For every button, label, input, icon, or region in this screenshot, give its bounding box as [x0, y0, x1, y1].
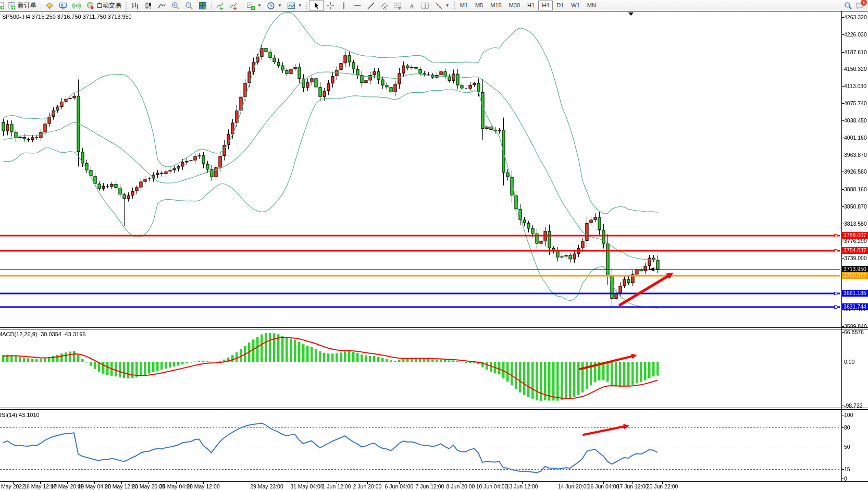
- toolbar-separator: [211, 2, 212, 10]
- time-axis-label: 13 Jun 12:00: [499, 483, 545, 489]
- fibonacci-tool-button[interactable]: F: [391, 1, 405, 10]
- toolbar-separator: [242, 2, 242, 10]
- timeframe-button-mn[interactable]: MN: [584, 1, 600, 10]
- cursor-icon: [312, 2, 320, 10]
- timeframe-toolbar: M1M5M15M30H1H4D1W1MN: [456, 1, 600, 10]
- svg-text:E: E: [385, 6, 388, 10]
- tile-windows-button[interactable]: [196, 1, 209, 10]
- timeframe-button-m15[interactable]: M15: [487, 1, 505, 10]
- new-order-label: 新订单: [18, 1, 36, 10]
- bar-chart-icon: [131, 2, 139, 10]
- rsi-indicator-label: RSI(14) 43.1010: [0, 412, 40, 418]
- price-axis-tick-label: 3963.870: [844, 152, 867, 158]
- diamond-icon: [45, 2, 54, 10]
- macd-axis-tick-label: -98.733: [844, 402, 863, 409]
- trendline-tool-button[interactable]: [364, 1, 378, 10]
- timeframe-button-d1[interactable]: D1: [553, 1, 567, 10]
- template-icon: [287, 2, 295, 10]
- horizontal-line-icon: [353, 2, 362, 10]
- price-line-tag[interactable]: 3661.185: [842, 290, 868, 297]
- timeframe-button-h1[interactable]: H1: [524, 1, 538, 10]
- price-line-tag[interactable]: 3631.744: [842, 303, 868, 310]
- timeframe-button-m5[interactable]: M5: [472, 1, 487, 10]
- price-axis-tick-label: 4038.450: [844, 117, 867, 124]
- price-axis-tick-label: 3813.580: [844, 220, 867, 227]
- price-axis-tick-label: 4001.160: [844, 134, 867, 141]
- auto-scroll-button[interactable]: [213, 1, 227, 10]
- new-chart-button[interactable]: ▼: [244, 1, 264, 10]
- price-axis-tick-label: 4187.610: [844, 49, 867, 55]
- line-chart-icon: [158, 2, 166, 10]
- horizontal-line-tool-button[interactable]: [351, 1, 364, 10]
- clipped-chart-icon[interactable]: [0, 2, 5, 10]
- macd-indicator-label: MACD(12,26,9) -30.0354 -43.3196: [0, 331, 85, 337]
- cursor-tool-button[interactable]: [309, 0, 324, 11]
- toolbar-right-icons: 1: [844, 0, 864, 11]
- timeframe-button-w1[interactable]: W1: [567, 1, 584, 10]
- new-chart-icon: [246, 2, 255, 10]
- timeframe-button-h4[interactable]: H4: [538, 1, 553, 10]
- toolbar-grip[interactable]: [454, 2, 455, 9]
- rsi-axis-tick-label: 80: [844, 424, 850, 431]
- timeframe-button-m30[interactable]: M30: [505, 1, 524, 10]
- rsi-axis-tick-label: 15: [844, 466, 850, 472]
- terminal-button[interactable]: [56, 1, 70, 10]
- macd-axis-tick-label: 66.8576: [844, 329, 864, 335]
- market-watch-button[interactable]: [43, 1, 56, 10]
- crosshair-tool-button[interactable]: [324, 1, 337, 10]
- templates-button[interactable]: ▼: [284, 1, 305, 10]
- price-axis-tick-label: 4075.740: [844, 100, 867, 106]
- search-icon[interactable]: [844, 2, 852, 10]
- macd-axis-tick-label: 0.00: [844, 359, 854, 365]
- time-axis-label: 26 May 12:00: [180, 483, 227, 489]
- notifications-chat-icon[interactable]: 1: [855, 2, 864, 10]
- price-line-tag[interactable]: 3788.007: [842, 232, 868, 239]
- chart-shift-icon: [229, 2, 238, 10]
- fibonacci-icon: F: [394, 2, 402, 10]
- svg-text:T: T: [424, 3, 427, 9]
- price-axis-tick-label: 3888.160: [844, 186, 867, 192]
- rsi-axis-tick-label: 0: [844, 475, 847, 482]
- trendline-icon: [367, 2, 375, 10]
- zoom-out-button[interactable]: [182, 1, 196, 10]
- chevron-down-icon: ▼: [445, 3, 450, 8]
- zoom-out-icon: [185, 2, 193, 10]
- chart-window: SP500-,H4 3715.250 3716.750 3711.750 371…: [0, 11, 868, 490]
- signals-button[interactable]: [70, 1, 83, 10]
- zoom-in-button[interactable]: [169, 1, 182, 10]
- vertical-line-tool-button[interactable]: [337, 1, 351, 10]
- chevron-down-icon: ▼: [298, 3, 302, 8]
- chart-autoscroll-icon: [216, 2, 224, 10]
- equidistant-channel-icon: E: [380, 2, 389, 10]
- chevron-down-icon: ▼: [257, 3, 262, 8]
- toolbar-grip[interactable]: [126, 2, 127, 9]
- main-toolbar: 新订单 自动交易: [0, 0, 868, 11]
- price-axis-tick-label: 3926.580: [844, 168, 867, 175]
- timeframe-button-m1[interactable]: M1: [456, 1, 472, 10]
- price-axis-tick-label: 4263.320: [844, 14, 867, 20]
- auto-trading-button[interactable]: 自动交易: [83, 1, 124, 10]
- chart-canvas[interactable]: [0, 11, 868, 490]
- chart-shift-button[interactable]: [227, 1, 240, 10]
- signal-icon: [72, 2, 81, 10]
- channel-tool-button[interactable]: E: [378, 1, 391, 10]
- auto-trading-label: 自动交易: [96, 1, 121, 10]
- toolbar-grip[interactable]: [306, 2, 307, 9]
- rsi-axis-tick-label: 50: [844, 444, 850, 450]
- new-order-button[interactable]: 新订单: [5, 1, 39, 10]
- periods-button[interactable]: ▼: [264, 1, 284, 10]
- text-tool-button[interactable]: A: [405, 1, 418, 10]
- svg-text:F: F: [399, 7, 401, 10]
- tile-windows-icon: [199, 2, 207, 10]
- arrows-tool-button[interactable]: ▼: [432, 1, 452, 10]
- price-line-tag[interactable]: 3754.037: [842, 247, 868, 254]
- price-axis-tick-label: 3850.870: [844, 203, 867, 210]
- chart-title-ohlc: SP500-,H4 3715.250 3716.750 3711.750 371…: [2, 14, 132, 20]
- text-label-tool-button[interactable]: T: [418, 1, 432, 10]
- price-line-tag[interactable]: 3700.072: [842, 272, 868, 279]
- clock-icon: [267, 2, 275, 10]
- bar-chart-mode-button[interactable]: [128, 1, 142, 10]
- price-axis-tick-label: 4150.320: [844, 66, 867, 72]
- line-chart-mode-button[interactable]: [155, 1, 169, 10]
- candlestick-mode-button[interactable]: [142, 1, 155, 10]
